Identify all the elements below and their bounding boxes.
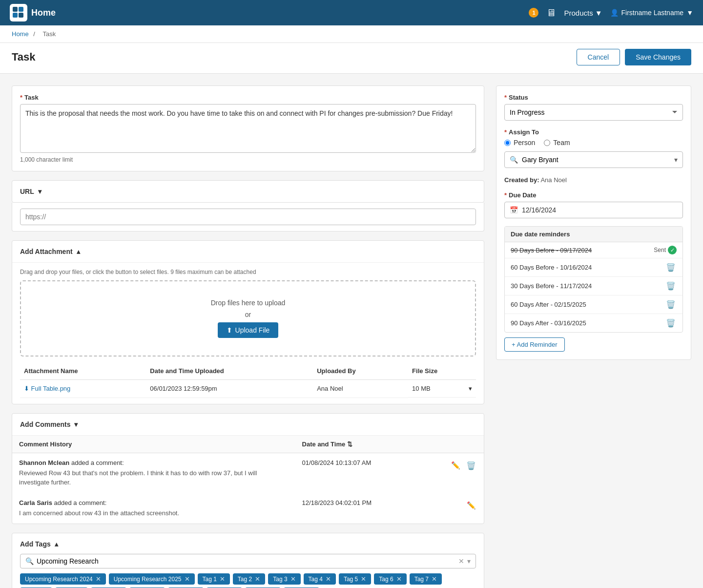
- chevron-down-icon[interactable]: ▾: [674, 156, 678, 164]
- tag-label: Upcoming Research 2024: [25, 576, 93, 583]
- add-reminder-button[interactable]: + Add Reminder: [504, 337, 565, 352]
- comments-label: Add Comments: [20, 420, 70, 428]
- task-label: * Task: [20, 94, 476, 101]
- col-datetime-uploaded: Date and Time Uploaded: [146, 362, 313, 380]
- chevron-down-icon[interactable]: ▾: [469, 385, 472, 392]
- drop-zone[interactable]: Drop files here to upload or ⬆ Upload Fi…: [20, 280, 476, 357]
- comment-action: added a comment:: [54, 499, 107, 506]
- page-title: Task: [12, 51, 36, 63]
- reminder-label: 90 Days Before - 09/17/2024: [511, 247, 592, 254]
- assign-team-option[interactable]: Team: [544, 139, 570, 147]
- attachment-body: Drag and drop your files, or click the b…: [12, 263, 484, 404]
- tag-remove-button[interactable]: ✕: [290, 575, 296, 583]
- url-label: URL: [20, 188, 34, 195]
- created-by-text: Created by: Ana Noel: [504, 176, 567, 184]
- tag-item: Tag 3✕: [268, 573, 300, 585]
- reminders-header: Due date reminders: [505, 227, 682, 242]
- status-select[interactable]: In Progress Complete Not Started On Hold: [504, 104, 683, 121]
- comment-action: added a comment:: [71, 459, 124, 466]
- clear-icon[interactable]: ✕: [458, 557, 464, 565]
- tag-remove-button[interactable]: ✕: [361, 575, 366, 583]
- table-row: Carla Saris added a comment: I am concer…: [12, 493, 484, 524]
- tags-toggle[interactable]: Add Tags ▴: [20, 540, 476, 548]
- tag-item: Tag 5✕: [339, 573, 371, 585]
- assign-person-option[interactable]: Person: [504, 139, 535, 147]
- assign-team-radio[interactable]: [544, 140, 550, 146]
- delete-reminder-button[interactable]: 🗑️: [665, 317, 677, 329]
- products-button[interactable]: Products ▼: [564, 9, 602, 17]
- edit-comment-button[interactable]: ✏️: [450, 460, 461, 471]
- attachment-section: Add Attachment ▴ Drag and drop your file…: [12, 240, 484, 404]
- comment-author: Carla Saris: [19, 499, 52, 506]
- col-comment-datetime: Date and Time ⇅: [295, 436, 484, 453]
- breadcrumb-home[interactable]: Home: [12, 30, 29, 38]
- tag-search-input[interactable]: [37, 557, 455, 565]
- chevron-down-icon: ▾: [38, 188, 41, 195]
- breadcrumb-current: Task: [43, 30, 56, 38]
- tag-label: Tag 7: [414, 576, 429, 583]
- tag-remove-button[interactable]: ✕: [326, 575, 331, 583]
- upload-file-button[interactable]: ⬆ Upload File: [218, 322, 279, 338]
- attachment-link[interactable]: ⬇ Full Table.png: [24, 385, 142, 392]
- logo[interactable]: Home: [10, 4, 56, 21]
- reminder-label: 60 Days Before - 10/16/2024: [511, 264, 592, 271]
- drop-zone-text: Drop files here to upload: [21, 299, 475, 307]
- tag-remove-button[interactable]: ✕: [432, 575, 437, 583]
- attachment-toggle[interactable]: Add Attachment ▴: [12, 241, 484, 263]
- reminders-rows: 90 Days Before - 09/17/2024 Sent ✓ 60 Da…: [505, 242, 682, 332]
- tags-section: Add Tags ▴ 🔍 ✕ ▾ Upcoming Research 2024✕…: [12, 533, 484, 588]
- sent-check-icon: ✓: [668, 246, 677, 254]
- reminder-row: 90 Days Before - 09/17/2024 Sent ✓: [505, 242, 682, 258]
- page-actions: Cancel Save Changes: [577, 49, 691, 65]
- chevron-down-icon[interactable]: ▾: [467, 557, 471, 565]
- notification-badge[interactable]: 1: [529, 8, 538, 18]
- url-input[interactable]: [20, 209, 476, 225]
- assign-person-radio[interactable]: [504, 140, 511, 146]
- delete-reminder-button[interactable]: 🗑️: [665, 262, 677, 273]
- created-by-group: Created by: Ana Noel: [504, 176, 683, 184]
- comment-content: Carla Saris added a comment: I am concer…: [12, 493, 295, 524]
- tag-remove-button[interactable]: ✕: [96, 575, 101, 583]
- assignee-select[interactable]: 🔍 ▾: [504, 151, 683, 168]
- url-section: URL ▾: [12, 180, 484, 231]
- col-uploaded-by: Uploaded By: [313, 362, 408, 380]
- status-group: * Status In Progress Complete Not Starte…: [504, 94, 683, 121]
- required-indicator: *: [20, 94, 22, 101]
- tag-remove-button[interactable]: ✕: [185, 575, 190, 583]
- assignee-input[interactable]: [522, 156, 670, 164]
- comment-datetime: 12/18/2023 04:02:01 PM: [302, 499, 372, 506]
- due-date-field[interactable]: 📅 12/16/2024: [504, 202, 683, 218]
- user-menu-button[interactable]: 👤 Firstname Lastname ▼: [610, 9, 693, 17]
- save-button[interactable]: Save Changes: [625, 49, 691, 65]
- tag-item: Tag 4✕: [304, 573, 336, 585]
- right-panel: * Status In Progress Complete Not Starte…: [496, 85, 691, 360]
- comment-datetime: 01/08/2024 10:13:07 AM: [302, 459, 372, 466]
- task-input[interactable]: This is the proposal that needs the most…: [20, 104, 476, 153]
- tag-item: Upcoming Research 2024✕: [20, 573, 106, 585]
- due-date-label: * Due Date: [504, 191, 683, 199]
- comments-table: Comment History Date and Time ⇅ Shannon …: [12, 436, 484, 524]
- table-row: ⬇ Full Table.png 06/01/2023 12:59:59pm A…: [20, 380, 476, 398]
- drop-or: or: [21, 311, 475, 318]
- due-date-group: * Due Date 📅 12/16/2024: [504, 191, 683, 218]
- chevron-down-icon: ▼: [686, 9, 693, 17]
- comments-toggle[interactable]: Add Comments ▾: [12, 414, 484, 436]
- comment-author: Shannon Mclean: [19, 459, 69, 466]
- delete-reminder-button[interactable]: 🗑️: [665, 299, 677, 310]
- attachment-hint: Drag and drop your files, or click the b…: [20, 269, 476, 275]
- url-toggle[interactable]: URL ▾: [12, 180, 484, 203]
- right-column: * Status In Progress Complete Not Starte…: [496, 85, 691, 588]
- tags-label: Add Tags: [20, 540, 51, 548]
- edit-comment-button[interactable]: ✏️: [466, 500, 477, 511]
- screen-icon: 🖥: [546, 7, 556, 19]
- app-header: Home 1 🖥 Products ▼ 👤 Firstname Lastname…: [0, 0, 703, 25]
- comment-text: I am concerned about row 43 in the attac…: [19, 508, 289, 518]
- attachment-datetime: 06/01/2023 12:59:59pm: [146, 380, 313, 398]
- tag-remove-button[interactable]: ✕: [220, 575, 225, 583]
- tag-remove-button[interactable]: ✕: [396, 575, 402, 583]
- delete-comment-button[interactable]: 🗑️: [465, 460, 477, 471]
- tag-remove-button[interactable]: ✕: [255, 575, 260, 583]
- table-row: Shannon Mclean added a comment: Reviewed…: [12, 453, 484, 493]
- cancel-button[interactable]: Cancel: [577, 49, 620, 65]
- delete-reminder-button[interactable]: 🗑️: [665, 280, 677, 292]
